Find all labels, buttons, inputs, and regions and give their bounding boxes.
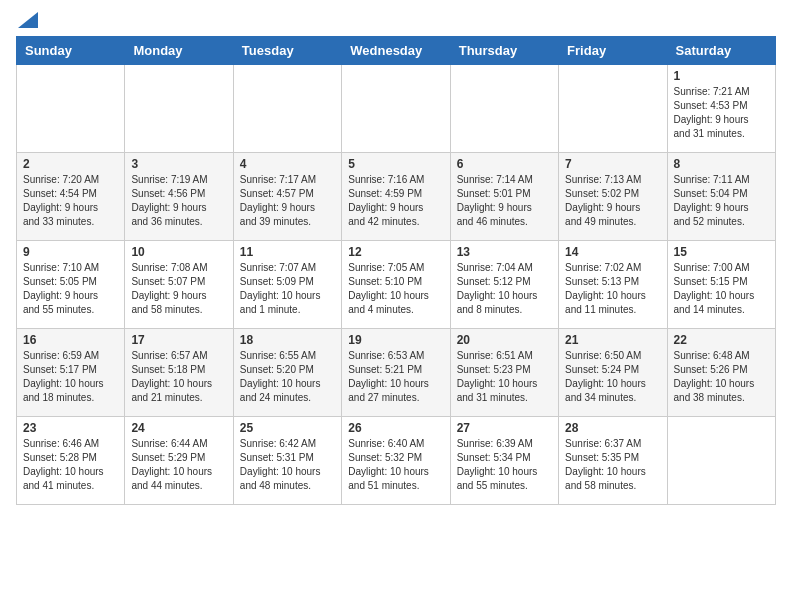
calendar-week-row: 23Sunrise: 6:46 AM Sunset: 5:28 PM Dayli… (17, 417, 776, 505)
weekday-header-monday: Monday (125, 37, 233, 65)
calendar-cell: 5Sunrise: 7:16 AM Sunset: 4:59 PM Daylig… (342, 153, 450, 241)
weekday-header-thursday: Thursday (450, 37, 558, 65)
day-info: Sunrise: 6:39 AM Sunset: 5:34 PM Dayligh… (457, 437, 552, 493)
day-number: 9 (23, 245, 118, 259)
calendar-cell: 21Sunrise: 6:50 AM Sunset: 5:24 PM Dayli… (559, 329, 667, 417)
day-info: Sunrise: 6:51 AM Sunset: 5:23 PM Dayligh… (457, 349, 552, 405)
day-info: Sunrise: 7:00 AM Sunset: 5:15 PM Dayligh… (674, 261, 769, 317)
day-info: Sunrise: 6:57 AM Sunset: 5:18 PM Dayligh… (131, 349, 226, 405)
day-info: Sunrise: 7:07 AM Sunset: 5:09 PM Dayligh… (240, 261, 335, 317)
day-number: 2 (23, 157, 118, 171)
day-number: 8 (674, 157, 769, 171)
weekday-header-saturday: Saturday (667, 37, 775, 65)
day-number: 6 (457, 157, 552, 171)
calendar-cell: 26Sunrise: 6:40 AM Sunset: 5:32 PM Dayli… (342, 417, 450, 505)
day-info: Sunrise: 6:40 AM Sunset: 5:32 PM Dayligh… (348, 437, 443, 493)
calendar-cell: 19Sunrise: 6:53 AM Sunset: 5:21 PM Dayli… (342, 329, 450, 417)
day-info: Sunrise: 7:16 AM Sunset: 4:59 PM Dayligh… (348, 173, 443, 229)
calendar-cell: 16Sunrise: 6:59 AM Sunset: 5:17 PM Dayli… (17, 329, 125, 417)
day-number: 10 (131, 245, 226, 259)
calendar-cell: 4Sunrise: 7:17 AM Sunset: 4:57 PM Daylig… (233, 153, 341, 241)
day-number: 18 (240, 333, 335, 347)
day-number: 13 (457, 245, 552, 259)
day-number: 12 (348, 245, 443, 259)
day-number: 5 (348, 157, 443, 171)
day-number: 11 (240, 245, 335, 259)
calendar-cell: 14Sunrise: 7:02 AM Sunset: 5:13 PM Dayli… (559, 241, 667, 329)
logo-icon (18, 12, 38, 28)
day-info: Sunrise: 7:10 AM Sunset: 5:05 PM Dayligh… (23, 261, 118, 317)
calendar-cell: 6Sunrise: 7:14 AM Sunset: 5:01 PM Daylig… (450, 153, 558, 241)
day-info: Sunrise: 7:14 AM Sunset: 5:01 PM Dayligh… (457, 173, 552, 229)
day-info: Sunrise: 6:44 AM Sunset: 5:29 PM Dayligh… (131, 437, 226, 493)
calendar-cell: 24Sunrise: 6:44 AM Sunset: 5:29 PM Dayli… (125, 417, 233, 505)
day-info: Sunrise: 7:17 AM Sunset: 4:57 PM Dayligh… (240, 173, 335, 229)
calendar-week-row: 2Sunrise: 7:20 AM Sunset: 4:54 PM Daylig… (17, 153, 776, 241)
calendar-cell: 18Sunrise: 6:55 AM Sunset: 5:20 PM Dayli… (233, 329, 341, 417)
calendar-cell: 15Sunrise: 7:00 AM Sunset: 5:15 PM Dayli… (667, 241, 775, 329)
day-info: Sunrise: 7:13 AM Sunset: 5:02 PM Dayligh… (565, 173, 660, 229)
day-info: Sunrise: 6:46 AM Sunset: 5:28 PM Dayligh… (23, 437, 118, 493)
calendar-cell: 7Sunrise: 7:13 AM Sunset: 5:02 PM Daylig… (559, 153, 667, 241)
day-number: 15 (674, 245, 769, 259)
day-number: 7 (565, 157, 660, 171)
day-info: Sunrise: 7:11 AM Sunset: 5:04 PM Dayligh… (674, 173, 769, 229)
day-number: 22 (674, 333, 769, 347)
day-info: Sunrise: 6:50 AM Sunset: 5:24 PM Dayligh… (565, 349, 660, 405)
page-header (16, 16, 776, 24)
calendar-cell: 22Sunrise: 6:48 AM Sunset: 5:26 PM Dayli… (667, 329, 775, 417)
calendar-cell: 2Sunrise: 7:20 AM Sunset: 4:54 PM Daylig… (17, 153, 125, 241)
calendar-week-row: 16Sunrise: 6:59 AM Sunset: 5:17 PM Dayli… (17, 329, 776, 417)
calendar-cell: 23Sunrise: 6:46 AM Sunset: 5:28 PM Dayli… (17, 417, 125, 505)
day-number: 1 (674, 69, 769, 83)
calendar-cell: 25Sunrise: 6:42 AM Sunset: 5:31 PM Dayli… (233, 417, 341, 505)
weekday-header-wednesday: Wednesday (342, 37, 450, 65)
calendar-cell: 27Sunrise: 6:39 AM Sunset: 5:34 PM Dayli… (450, 417, 558, 505)
weekday-header-friday: Friday (559, 37, 667, 65)
logo (16, 16, 38, 24)
day-number: 24 (131, 421, 226, 435)
svg-marker-0 (18, 12, 38, 28)
day-info: Sunrise: 6:59 AM Sunset: 5:17 PM Dayligh… (23, 349, 118, 405)
calendar-cell: 20Sunrise: 6:51 AM Sunset: 5:23 PM Dayli… (450, 329, 558, 417)
calendar-cell (559, 65, 667, 153)
calendar-cell: 10Sunrise: 7:08 AM Sunset: 5:07 PM Dayli… (125, 241, 233, 329)
calendar-cell: 12Sunrise: 7:05 AM Sunset: 5:10 PM Dayli… (342, 241, 450, 329)
calendar-cell (17, 65, 125, 153)
calendar-cell: 1Sunrise: 7:21 AM Sunset: 4:53 PM Daylig… (667, 65, 775, 153)
calendar-cell: 17Sunrise: 6:57 AM Sunset: 5:18 PM Dayli… (125, 329, 233, 417)
calendar-cell (450, 65, 558, 153)
day-number: 16 (23, 333, 118, 347)
day-info: Sunrise: 7:05 AM Sunset: 5:10 PM Dayligh… (348, 261, 443, 317)
calendar-week-row: 9Sunrise: 7:10 AM Sunset: 5:05 PM Daylig… (17, 241, 776, 329)
day-info: Sunrise: 7:02 AM Sunset: 5:13 PM Dayligh… (565, 261, 660, 317)
day-info: Sunrise: 6:37 AM Sunset: 5:35 PM Dayligh… (565, 437, 660, 493)
day-number: 20 (457, 333, 552, 347)
day-info: Sunrise: 7:08 AM Sunset: 5:07 PM Dayligh… (131, 261, 226, 317)
day-number: 23 (23, 421, 118, 435)
weekday-header-tuesday: Tuesday (233, 37, 341, 65)
weekday-header-sunday: Sunday (17, 37, 125, 65)
day-number: 19 (348, 333, 443, 347)
day-info: Sunrise: 7:20 AM Sunset: 4:54 PM Dayligh… (23, 173, 118, 229)
day-number: 26 (348, 421, 443, 435)
calendar-table: SundayMondayTuesdayWednesdayThursdayFrid… (16, 36, 776, 505)
calendar-cell (667, 417, 775, 505)
day-number: 25 (240, 421, 335, 435)
day-number: 17 (131, 333, 226, 347)
calendar-cell: 28Sunrise: 6:37 AM Sunset: 5:35 PM Dayli… (559, 417, 667, 505)
day-info: Sunrise: 6:53 AM Sunset: 5:21 PM Dayligh… (348, 349, 443, 405)
day-info: Sunrise: 7:04 AM Sunset: 5:12 PM Dayligh… (457, 261, 552, 317)
day-number: 28 (565, 421, 660, 435)
day-number: 27 (457, 421, 552, 435)
day-info: Sunrise: 6:48 AM Sunset: 5:26 PM Dayligh… (674, 349, 769, 405)
day-info: Sunrise: 6:55 AM Sunset: 5:20 PM Dayligh… (240, 349, 335, 405)
calendar-cell (342, 65, 450, 153)
calendar-header-row: SundayMondayTuesdayWednesdayThursdayFrid… (17, 37, 776, 65)
calendar-cell: 8Sunrise: 7:11 AM Sunset: 5:04 PM Daylig… (667, 153, 775, 241)
calendar-cell: 11Sunrise: 7:07 AM Sunset: 5:09 PM Dayli… (233, 241, 341, 329)
day-number: 21 (565, 333, 660, 347)
day-info: Sunrise: 7:21 AM Sunset: 4:53 PM Dayligh… (674, 85, 769, 141)
calendar-week-row: 1Sunrise: 7:21 AM Sunset: 4:53 PM Daylig… (17, 65, 776, 153)
calendar-cell: 13Sunrise: 7:04 AM Sunset: 5:12 PM Dayli… (450, 241, 558, 329)
